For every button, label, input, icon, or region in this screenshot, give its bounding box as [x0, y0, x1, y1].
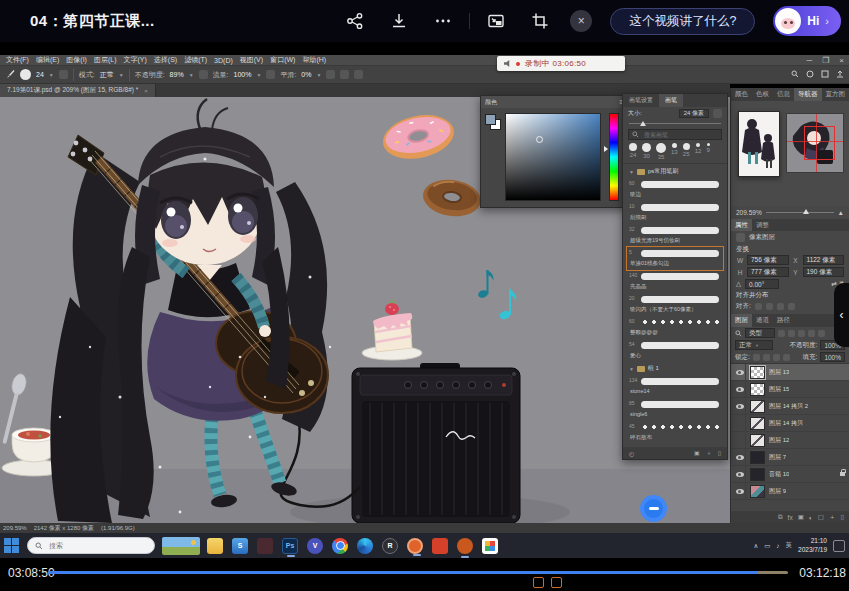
saturation-brightness-field[interactable] [505, 113, 601, 201]
layers-panel-tab[interactable]: 通道 [752, 314, 773, 327]
close-document-icon[interactable]: × [144, 88, 148, 94]
ai-assistant-button[interactable]: Hi › [773, 6, 841, 36]
filter-smart-icon[interactable] [818, 330, 825, 337]
visibility-toggle[interactable] [734, 483, 746, 499]
taskbar-app-icon[interactable] [432, 538, 448, 554]
brush-list-item[interactable]: ▼ 5.TSW 55 5.TSW [627, 444, 723, 447]
brush-preset[interactable]: 12 [695, 143, 702, 154]
menu-item[interactable]: 文字(Y) [123, 55, 146, 65]
panel-tab[interactable]: 颜色 [731, 88, 752, 101]
menu-item[interactable]: 视图(V) [240, 55, 263, 65]
close-window-button[interactable]: × [839, 56, 844, 65]
taskbar-search[interactable] [27, 537, 155, 554]
crop-button[interactable] [530, 11, 550, 31]
new-brush-icon[interactable]: ＋ [706, 449, 712, 458]
brush-list-item[interactable]: ▼ 整颗@@@ 60 整颗@@@ [627, 316, 723, 339]
taskbar-app-icon[interactable]: S [232, 538, 248, 554]
layer-row[interactable]: 图层 7 [731, 449, 849, 466]
gear-icon[interactable] [326, 70, 335, 79]
taskbar-app-icon[interactable] [207, 538, 223, 554]
chevron-down-icon[interactable]: ▼ [256, 72, 261, 78]
y-field[interactable]: 190 像素 [803, 267, 845, 277]
x-field[interactable]: 1122 像素 [803, 255, 845, 265]
delete-layer-icon[interactable]: ▯ [840, 513, 844, 521]
taskbar-app-icon[interactable] [407, 538, 423, 554]
layer-name[interactable]: 音箱 10 [769, 470, 789, 479]
brush-list-item[interactable]: ▼ stone14 134 stone14 [627, 375, 723, 398]
brush-preset-preview[interactable] [20, 69, 31, 80]
brush-list-item[interactable]: ▼ 组 1 组 1 [627, 362, 723, 375]
layer-name[interactable]: 图层 15 [769, 385, 789, 394]
menu-item[interactable]: 图层(L) [94, 55, 117, 65]
workspace-switcher-icon[interactable] [821, 70, 829, 78]
brush-list-item[interactable]: ▼ 爱心 54 爱心 [627, 339, 723, 362]
zoom-slider-thumb[interactable] [803, 209, 809, 214]
brush-list-item[interactable]: ▼ 超级光滑19号仿妆刷 32 超级光滑19号仿妆刷 [627, 224, 723, 247]
pressure-size-icon[interactable] [354, 70, 363, 79]
brush-angle-icon[interactable]: ◴ [629, 450, 634, 457]
brush-size-slider[interactable] [629, 120, 721, 128]
taskbar-app-icon[interactable]: V [307, 538, 323, 554]
taskbar-app-icon[interactable] [357, 538, 373, 554]
reference-image-window[interactable] [738, 111, 780, 177]
zoom-in-icon[interactable]: ▲ [838, 209, 844, 216]
restore-button[interactable]: ❐ [822, 56, 829, 65]
align-section-header[interactable]: 对齐并分布 [731, 290, 849, 301]
volume-icon[interactable]: ♪ [776, 542, 779, 549]
menu-item[interactable]: 选择(S) [154, 55, 177, 65]
layer-row[interactable]: 图层 14 拷贝 2 [731, 398, 849, 415]
navigator-zoom-slider[interactable] [766, 212, 834, 213]
sidebar-collapse-handle[interactable]: ‹ [834, 283, 849, 347]
filter-type-dropdown[interactable]: 类型 [745, 328, 775, 338]
brush-list-item[interactable]: ▼ 亮晶晶 140 亮晶晶 [627, 270, 723, 293]
panel-tab[interactable]: 导航器 [794, 88, 822, 101]
brush-search-input[interactable] [642, 131, 712, 139]
layers-panel-tab[interactable]: 图层 [731, 314, 752, 327]
brush-size-field[interactable]: 24 像素 [679, 109, 709, 118]
new-folder-icon[interactable]: ▣ [694, 449, 700, 458]
brush-list-item[interactable]: ▼ single6 85 single6 [627, 398, 723, 421]
layer-row[interactable]: 图层 14 拷贝 [731, 415, 849, 432]
layer-row[interactable]: 图层 13 [731, 364, 849, 381]
brush-list-item[interactable]: ▼ 刮痕刷 10 刮痕刷 [627, 201, 723, 224]
visibility-toggle[interactable] [734, 432, 746, 448]
taskbar-app-icon[interactable] [482, 538, 498, 554]
layer-style-icon[interactable]: fx [788, 514, 793, 521]
lock-position-icon[interactable] [773, 354, 780, 361]
filter-pixel-icon[interactable] [778, 330, 785, 337]
visibility-toggle[interactable] [734, 415, 746, 431]
layer-name[interactable]: 图层 12 [769, 436, 789, 445]
zoom-icon[interactable] [806, 70, 814, 78]
taskbar-app-icon[interactable]: Ps [282, 538, 298, 554]
brush-search-box[interactable] [628, 129, 722, 140]
more-button[interactable] [433, 11, 453, 31]
lock-all-icon[interactable] [783, 354, 790, 361]
layer-thumbnail[interactable] [750, 366, 765, 379]
smoothing-value[interactable]: 0% [301, 71, 311, 78]
mode-value[interactable]: 正常 [100, 70, 114, 80]
chevron-down-icon[interactable]: ▼ [119, 72, 124, 78]
layer-row[interactable]: 图层 15 [731, 381, 849, 398]
layer-row[interactable]: 图层 9 [731, 483, 849, 500]
document-tab[interactable]: 7.19第01课.psd @ 209% (图层 15, RGB/8#) * × [0, 84, 156, 97]
layer-thumbnail[interactable] [750, 417, 765, 430]
folder-arrow-icon[interactable]: ▼ [629, 169, 634, 175]
layer-thumbnail[interactable] [750, 400, 765, 413]
layer-thumbnail[interactable] [750, 451, 765, 464]
visibility-toggle[interactable] [734, 398, 746, 414]
menu-item[interactable]: 图像(I) [66, 55, 87, 65]
rotate-brush-icon[interactable] [340, 70, 349, 79]
layer-thumbnail[interactable] [750, 468, 765, 481]
brush-list-item[interactable]: ▼ 喷边 60 喷边 [627, 178, 723, 201]
navigator-zoom-value[interactable]: 209.59% [736, 209, 762, 216]
align-left-icon[interactable] [755, 303, 762, 310]
layer-name[interactable]: 图层 14 拷贝 2 [769, 402, 808, 411]
menu-item[interactable]: 窗口(W) [270, 55, 295, 65]
video-frame[interactable]: 文件(F)编辑(E)图像(I)图层(L)文字(Y)选择(S)滤镜(T)3D(D)… [0, 42, 849, 558]
filter-shape-icon[interactable] [808, 330, 815, 337]
layer-name[interactable]: 图层 13 [769, 368, 789, 377]
hue-slider-thumb[interactable] [604, 146, 608, 152]
tab-adjustments[interactable]: 调整 [752, 219, 773, 231]
brush-preset[interactable]: 25 [683, 143, 690, 157]
layer-thumbnail[interactable] [750, 434, 765, 447]
